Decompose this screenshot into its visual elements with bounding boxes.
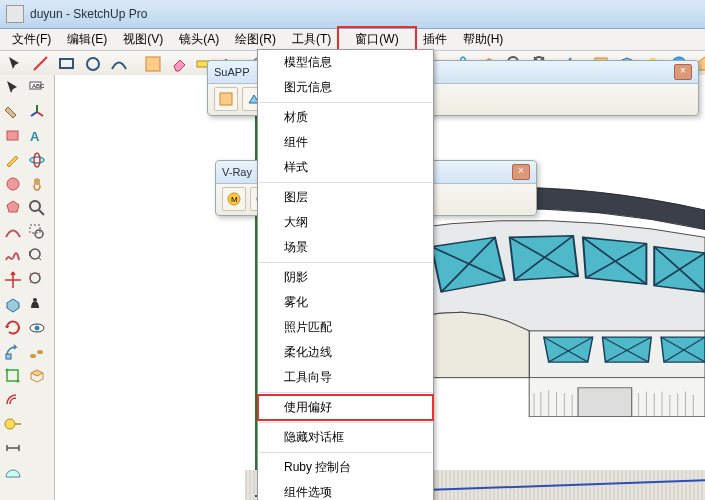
polygon-icon[interactable] [2, 197, 24, 219]
look-around-icon[interactable] [26, 317, 48, 339]
svg-point-35 [30, 354, 36, 358]
menu-item[interactable]: Ruby 控制台 [258, 455, 433, 480]
menu-edit[interactable]: 编辑(E) [59, 29, 115, 50]
svg-point-16 [7, 178, 19, 190]
window-menu-dropdown: 模型信息图元信息材质组件样式图层大纲场景阴影雾化照片匹配柔化边线工具向导使用偏好… [257, 49, 434, 500]
circle-icon[interactable] [82, 53, 104, 75]
svg-text:A: A [30, 129, 40, 144]
vray-material-icon[interactable]: M [222, 187, 246, 211]
svg-rect-2 [146, 57, 160, 71]
menu-item[interactable]: 阴影 [258, 265, 433, 290]
svg-point-21 [5, 419, 15, 429]
svg-point-25 [30, 157, 44, 163]
svg-point-1 [87, 58, 99, 70]
rect-tool-icon[interactable] [2, 125, 24, 147]
pushpull-icon[interactable] [2, 293, 24, 315]
orbit-tool-icon[interactable] [26, 149, 48, 171]
svg-point-26 [34, 153, 40, 167]
menu-item[interactable]: 场景 [258, 235, 433, 260]
svg-rect-39 [220, 93, 232, 105]
menu-item[interactable]: 隐藏对话框 [258, 425, 433, 450]
menu-window[interactable]: 窗口(W) [339, 29, 414, 50]
title-bar: duyun - SketchUp Pro [0, 0, 705, 29]
menu-help[interactable]: 帮助(H) [455, 29, 512, 50]
select-icon[interactable] [4, 53, 26, 75]
menu-camera[interactable]: 镜头(A) [171, 29, 227, 50]
cursor-icon[interactable] [2, 77, 24, 99]
svg-point-19 [6, 369, 9, 372]
scale-tool-icon[interactable] [2, 365, 24, 387]
paint-bucket-icon[interactable] [2, 101, 24, 123]
line-icon[interactable] [30, 53, 52, 75]
suapp-btn-1[interactable] [214, 87, 238, 111]
zoom-ext-tool-icon[interactable] [26, 269, 48, 291]
svg-text:ABC: ABC [32, 83, 45, 89]
menu-item[interactable]: 图元信息 [258, 75, 433, 100]
section-tool-icon[interactable] [26, 365, 48, 387]
arc-tool-icon[interactable] [2, 221, 24, 243]
svg-point-27 [30, 201, 40, 211]
svg-point-29 [35, 230, 43, 238]
menu-item[interactable]: 柔化边线 [258, 340, 433, 365]
offset-tool-icon[interactable] [2, 389, 24, 411]
close-icon[interactable]: × [512, 164, 530, 180]
pan-tool-icon[interactable] [26, 173, 48, 195]
zoom-tool-icon[interactable] [26, 197, 48, 219]
menu-item[interactable]: 材质 [258, 105, 433, 130]
zoom-window-icon[interactable] [26, 221, 48, 243]
move-tool-icon[interactable] [2, 269, 24, 291]
svg-rect-0 [60, 59, 73, 68]
eraser-icon[interactable] [168, 53, 190, 75]
followme-icon[interactable] [2, 341, 24, 363]
3dtext-icon[interactable]: A [26, 125, 48, 147]
menu-view[interactable]: 视图(V) [115, 29, 171, 50]
menu-item[interactable]: 组件选项 [258, 480, 433, 500]
pencil-icon[interactable] [2, 149, 24, 171]
menu-item[interactable]: 大纲 [258, 210, 433, 235]
tape-tool-icon[interactable] [2, 413, 24, 435]
position-camera-icon[interactable] [26, 293, 48, 315]
previous-icon[interactable] [26, 245, 48, 267]
svg-point-34 [35, 326, 40, 331]
group-icon[interactable] [142, 53, 164, 75]
svg-rect-38 [578, 388, 632, 417]
menu-item[interactable]: 组件 [258, 130, 433, 155]
svg-point-20 [17, 380, 20, 383]
menu-tools[interactable]: 工具(T) [284, 29, 339, 50]
freehand-icon[interactable] [2, 245, 24, 267]
rect-icon[interactable] [56, 53, 78, 75]
menu-item[interactable]: 照片匹配 [258, 315, 433, 340]
left-toolbar: ABC A [0, 75, 55, 500]
svg-rect-18 [7, 370, 18, 381]
menu-plugins[interactable]: 插件 [415, 29, 455, 50]
menu-bar: 文件(F) 编辑(E) 视图(V) 镜头(A) 绘图(R) 工具(T) 窗口(W… [0, 29, 705, 51]
menu-item[interactable]: 样式 [258, 155, 433, 180]
menu-file[interactable]: 文件(F) [4, 29, 59, 50]
protractor-icon[interactable] [2, 461, 24, 483]
dimension-icon[interactable] [2, 437, 24, 459]
menu-item[interactable]: 模型信息 [258, 50, 433, 75]
close-icon[interactable]: × [674, 64, 692, 80]
svg-point-36 [37, 350, 43, 354]
walk-icon[interactable] [26, 341, 48, 363]
menu-item[interactable]: 工具向导 [258, 365, 433, 390]
svg-rect-15 [7, 131, 18, 140]
axes-icon[interactable] [26, 101, 48, 123]
svg-rect-17 [6, 354, 11, 359]
svg-point-32 [33, 298, 37, 302]
app-icon [6, 5, 24, 23]
menu-draw[interactable]: 绘图(R) [227, 29, 284, 50]
window-title: duyun - SketchUp Pro [30, 7, 147, 21]
vray-title: V-Ray [222, 166, 252, 178]
text-tool-icon[interactable]: ABC [26, 77, 48, 99]
suapp-title: SuAPP [214, 66, 249, 78]
menu-item[interactable]: 雾化 [258, 290, 433, 315]
svg-text:M: M [231, 195, 238, 204]
menu-item[interactable]: 图层 [258, 185, 433, 210]
rotate-tool-icon[interactable] [2, 317, 24, 339]
circle-tool-icon[interactable] [2, 173, 24, 195]
arc-icon[interactable] [108, 53, 130, 75]
menu-item[interactable]: 使用偏好 [258, 395, 433, 420]
